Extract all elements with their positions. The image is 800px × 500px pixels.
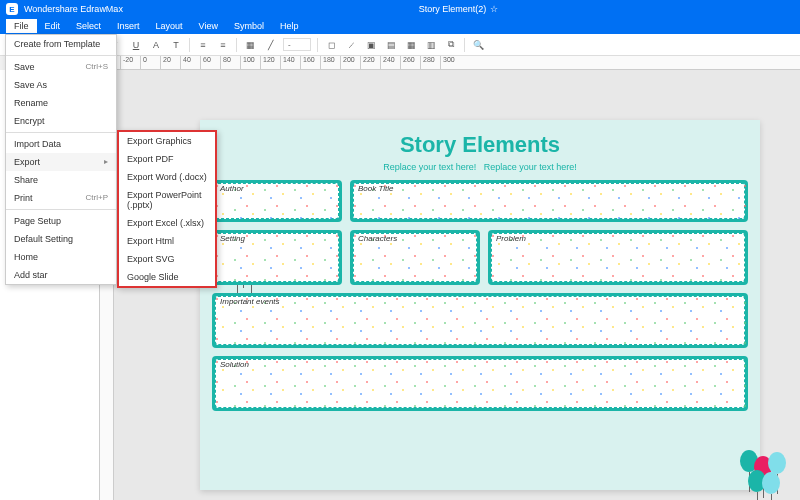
ruler-mark: 180 <box>320 56 340 69</box>
line-icon[interactable]: ╱ <box>263 38 277 52</box>
menu-bar: File Edit Select Insert Layout View Symb… <box>0 18 800 34</box>
menu-item-export[interactable]: Export▸ <box>6 153 116 171</box>
menu-select[interactable]: Select <box>68 19 109 33</box>
menu-insert[interactable]: Insert <box>109 19 148 33</box>
menu-file[interactable]: File <box>6 19 37 33</box>
ruler-mark: 160 <box>300 56 320 69</box>
box-characters[interactable]: Characters <box>350 230 480 285</box>
group-icon[interactable]: ⧉ <box>444 38 458 52</box>
menu-item-share[interactable]: Share <box>6 171 116 189</box>
menu-edit[interactable]: Edit <box>37 19 69 33</box>
shape-icon[interactable]: ◻ <box>324 38 338 52</box>
menu-item-home[interactable]: Home <box>6 248 116 266</box>
box-setting[interactable]: Setting <box>212 230 342 285</box>
align-left-icon[interactable]: ≡ <box>196 38 210 52</box>
box-problem[interactable]: Problem <box>488 230 748 285</box>
ruler-mark: 60 <box>200 56 220 69</box>
menu-item-add-star[interactable]: Add star <box>6 266 116 284</box>
worksheet-subtitle[interactable]: Replace your text here! Replace your tex… <box>200 162 760 172</box>
export-submenu: Export Graphics Export PDF Export Word (… <box>117 130 217 288</box>
ruler-mark: 260 <box>400 56 420 69</box>
menu-item-create-template[interactable]: Create from Template <box>6 35 116 53</box>
export-html[interactable]: Export Html <box>119 232 215 250</box>
file-menu-dropdown: Create from Template SaveCtrl+S Save As … <box>5 34 117 285</box>
menu-layout[interactable]: Layout <box>148 19 191 33</box>
chart-icon[interactable]: ▤ <box>384 38 398 52</box>
menu-item-import-data[interactable]: Import Data <box>6 135 116 153</box>
ruler-mark: 220 <box>360 56 380 69</box>
document-title: Story Element(2) <box>419 4 487 14</box>
fill-icon[interactable]: ▦ <box>243 38 257 52</box>
export-google-slide[interactable]: Google Slide <box>119 268 215 286</box>
export-graphics[interactable]: Export Graphics <box>119 132 215 150</box>
menu-item-page-setup[interactable]: Page Setup <box>6 212 116 230</box>
box-solution[interactable]: Solution <box>212 356 748 411</box>
text-tool-icon[interactable]: T <box>169 38 183 52</box>
table-icon[interactable]: ▦ <box>404 38 418 52</box>
ruler-mark: 80 <box>220 56 240 69</box>
export-svg[interactable]: Export SVG <box>119 250 215 268</box>
menu-item-default-setting[interactable]: Default Setting <box>6 230 116 248</box>
export-powerpoint[interactable]: Export PowerPoint (.pptx) <box>119 186 215 214</box>
image-icon[interactable]: ▣ <box>364 38 378 52</box>
ruler-mark: 20 <box>160 56 180 69</box>
toolbar: ↶ ↷ - B I U A T ≡ ≡ ▦ ╱ - ◻ ⟋ ▣ ▤ ▦ ▥ ⧉ … <box>0 34 800 56</box>
box-book-title[interactable]: Book Title <box>350 180 748 222</box>
star-icon[interactable]: ☆ <box>490 4 498 14</box>
menu-item-rename[interactable]: Rename <box>6 94 116 112</box>
export-excel[interactable]: Export Excel (.xlsx) <box>119 214 215 232</box>
export-word[interactable]: Export Word (.docx) <box>119 168 215 186</box>
underline-icon[interactable]: U <box>129 38 143 52</box>
ruler-mark: 120 <box>260 56 280 69</box>
ruler-mark: 100 <box>240 56 260 69</box>
title-bar: E Wondershare EdrawMax Story Element(2) … <box>0 0 800 18</box>
box-author[interactable]: Author <box>212 180 342 222</box>
ruler-mark: 280 <box>420 56 440 69</box>
ruler-mark: 200 <box>340 56 360 69</box>
ruler-mark: 240 <box>380 56 400 69</box>
ruler-mark: 300 <box>440 56 460 69</box>
menu-item-save-as[interactable]: Save As <box>6 76 116 94</box>
connector-icon[interactable]: ⟋ <box>344 38 358 52</box>
menu-item-encrypt[interactable]: Encrypt <box>6 112 116 130</box>
menu-view[interactable]: View <box>191 19 226 33</box>
ruler-mark: 0 <box>140 56 160 69</box>
ruler-mark: 140 <box>280 56 300 69</box>
align-center-icon[interactable]: ≡ <box>216 38 230 52</box>
document-title-area: Story Element(2) ☆ <box>419 4 499 14</box>
menu-help[interactable]: Help <box>272 19 307 33</box>
menu-item-save[interactable]: SaveCtrl+S <box>6 58 116 76</box>
zoom-icon[interactable]: 🔍 <box>471 38 485 52</box>
app-name: Wondershare EdrawMax <box>24 4 123 14</box>
export-pdf[interactable]: Export PDF <box>119 150 215 168</box>
ruler-mark: -20 <box>120 56 140 69</box>
line-weight-select[interactable]: - <box>283 38 311 51</box>
layers-icon[interactable]: ▥ <box>424 38 438 52</box>
font-color-icon[interactable]: A <box>149 38 163 52</box>
horizontal-ruler: -40-200204060801001201401601802002202402… <box>100 56 800 70</box>
ruler-mark: 40 <box>180 56 200 69</box>
app-logo-icon: E <box>6 3 18 15</box>
worksheet-title[interactable]: Story Elements <box>200 120 760 158</box>
menu-item-print[interactable]: PrintCtrl+P <box>6 189 116 207</box>
box-important-events[interactable]: Important events <box>212 293 748 348</box>
menu-symbol[interactable]: Symbol <box>226 19 272 33</box>
page[interactable]: Story Elements Replace your text here! R… <box>200 120 760 490</box>
